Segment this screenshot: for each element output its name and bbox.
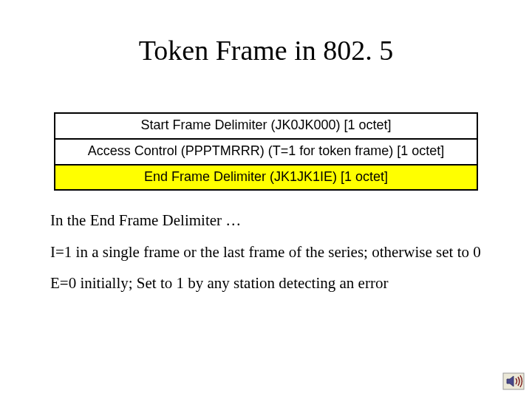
body-paragraph-3: E=0 initially; Set to 1 by any station d… [0, 274, 532, 292]
sound-icon [502, 372, 525, 390]
body-paragraph-1: In the End Frame Delimiter … [0, 211, 532, 229]
frame-row-start-delimiter: Start Frame Delimiter (JK0JK000) [1 octe… [55, 113, 477, 139]
body-paragraph-2: I=1 in a single frame or the last frame … [0, 243, 532, 261]
slide: Token Frame in 802. 5 Start Frame Delimi… [0, 0, 532, 399]
frame-row-access-control: Access Control (PPPTMRRR) (T=1 for token… [55, 139, 477, 165]
slide-title: Token Frame in 802. 5 [0, 0, 532, 66]
frame-row-end-delimiter: End Frame Delimiter (JK1JK1IE) [1 octet] [55, 165, 477, 191]
token-frame-table: Start Frame Delimiter (JK0JK000) [1 octe… [54, 112, 478, 191]
